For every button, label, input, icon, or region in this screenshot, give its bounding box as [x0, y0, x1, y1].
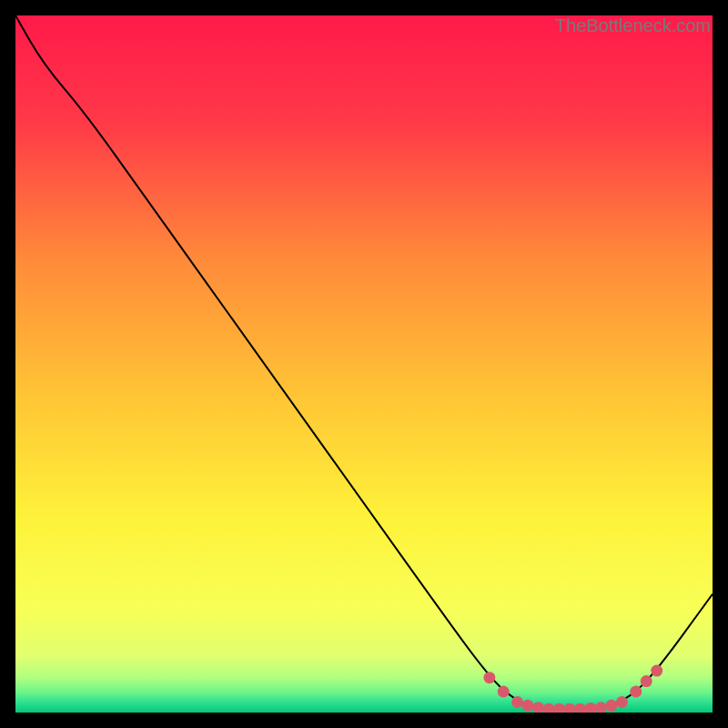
marker-dot	[641, 675, 652, 687]
marker-dot	[605, 700, 617, 712]
marker-dot	[522, 700, 534, 712]
chart-plot	[15, 15, 713, 713]
marker-dot	[630, 686, 642, 698]
marker-dot	[483, 672, 495, 683]
marker-dot	[616, 696, 628, 708]
marker-dot	[651, 665, 662, 677]
gradient-background	[15, 15, 713, 713]
chart-container: TheBottleneck.com	[15, 15, 713, 713]
marker-dot	[498, 686, 510, 698]
watermark-text: TheBottleneck.com	[555, 15, 711, 36]
marker-dot	[511, 696, 523, 708]
